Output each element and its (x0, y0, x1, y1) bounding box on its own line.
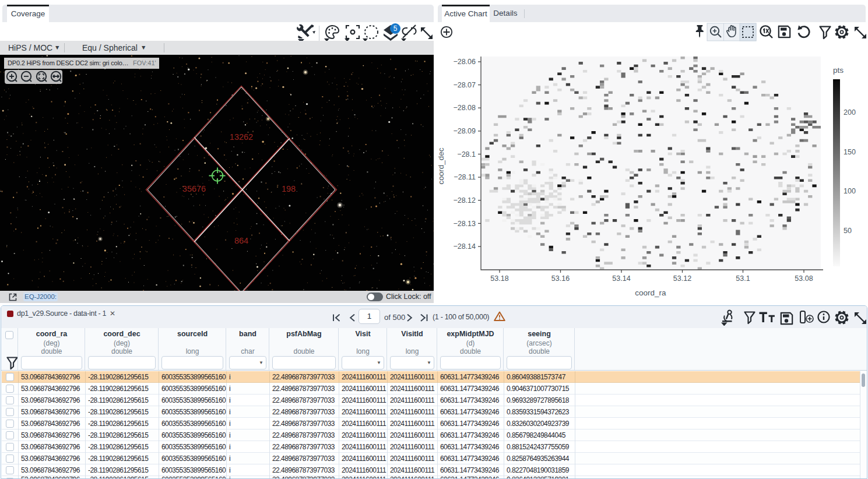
svg-text:−28.1: −28.1 (457, 150, 476, 159)
svg-text:53.14: 53.14 (612, 274, 630, 283)
svg-text:53.12: 53.12 (673, 274, 691, 283)
svg-text:100: 100 (844, 187, 856, 195)
svg-text:198: 198 (282, 184, 296, 193)
svg-text:coord_ra: coord_ra (635, 288, 666, 297)
svg-text:−28.11: −28.11 (454, 173, 476, 181)
svg-text:−28.09: −28.09 (453, 127, 476, 135)
svg-text:150: 150 (844, 148, 856, 156)
svg-text:13262: 13262 (230, 132, 253, 142)
svg-text:pts: pts (833, 66, 844, 75)
svg-text:−28.12: −28.12 (453, 196, 476, 205)
svg-text:−28.14: −28.14 (453, 242, 476, 251)
svg-text:−28.13: −28.13 (453, 220, 476, 228)
svg-text:−28.06: −28.06 (453, 58, 476, 66)
svg-text:35676: 35676 (182, 184, 206, 193)
svg-text:5: 5 (393, 24, 398, 33)
svg-text:50: 50 (844, 227, 852, 235)
svg-text:53.18: 53.18 (490, 274, 508, 283)
svg-text:864: 864 (234, 236, 248, 245)
svg-text:coord_dec: coord_dec (437, 147, 445, 184)
svg-text:−28.07: −28.07 (453, 81, 476, 89)
svg-text:200: 200 (844, 108, 856, 117)
svg-text:53.1: 53.1 (736, 274, 750, 283)
svg-text:53.16: 53.16 (551, 274, 570, 283)
svg-text:53.08: 53.08 (795, 274, 813, 283)
svg-text:−28.08: −28.08 (453, 104, 476, 112)
